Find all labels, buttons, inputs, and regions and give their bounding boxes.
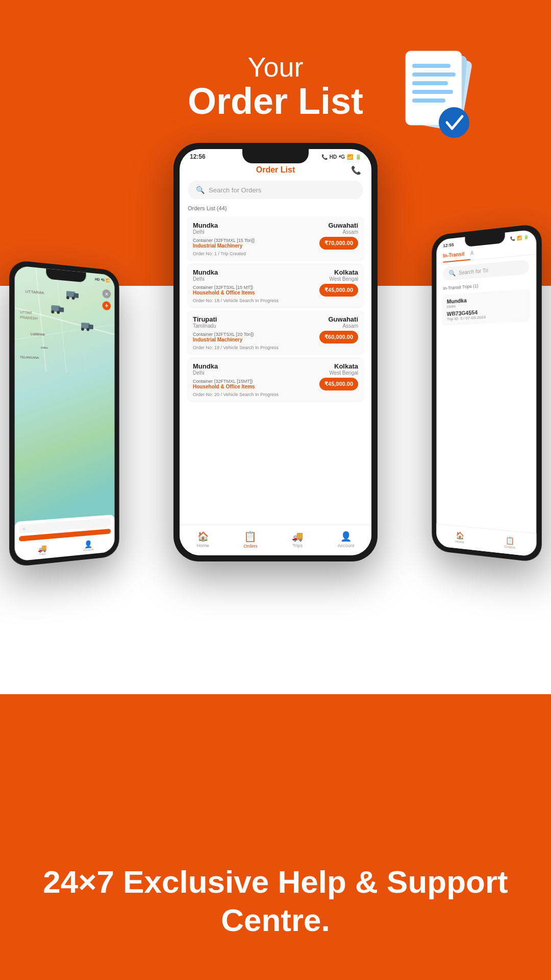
- bottom-nav: 🏠 Home 📋 Orders 🚚 Trips 👤 Account: [180, 525, 371, 555]
- tab-all[interactable]: A: [470, 247, 480, 260]
- nav-orders[interactable]: 📋 Orders: [243, 530, 258, 549]
- orders-list: Mundka Delhi Guwahati Assam Container (3…: [180, 216, 371, 402]
- svg-rect-7: [412, 99, 445, 103]
- right-search-bar[interactable]: 🔍 Search for Tri: [443, 259, 529, 281]
- search-placeholder: Search for Orders: [209, 186, 261, 194]
- order1-to-state: Assam: [328, 229, 358, 235]
- right-bottom-nav: 🏠 Home 📋 Orders: [436, 524, 536, 557]
- order3-to-city: Guwahati: [328, 315, 358, 323]
- order3-price: ₹60,000.00: [319, 331, 358, 344]
- tab-in-transit[interactable]: In-Transit: [443, 248, 470, 263]
- left-add-button[interactable]: +: [103, 301, 111, 311]
- order-card-4[interactable]: Mundka Delhi Kolkata West Bengal Contain…: [187, 357, 364, 402]
- left-phone: UTTARAK UTTAR PRADESH Lucknow India TELA…: [9, 260, 119, 568]
- right-time: 12:55: [443, 242, 454, 248]
- svg-text:UTTARAK: UTTARAK: [26, 289, 45, 295]
- svg-rect-4: [412, 72, 456, 77]
- order4-to-state: West Bengal: [329, 370, 358, 376]
- order2-container: Container (32FTSXL [15 MT]): [193, 285, 255, 290]
- order2-to-city: Kolkata: [329, 268, 358, 276]
- call-icon[interactable]: 📞: [351, 165, 361, 175]
- order4-price: ₹45,000.00: [319, 378, 358, 390]
- order-card-3[interactable]: Tirupati Tamilnadu Guwahati Assam Contai…: [187, 310, 364, 355]
- trips-label: Trips: [292, 543, 303, 548]
- svg-rect-6: [412, 90, 453, 94]
- left-status-icons: HD ⁴G 📶: [95, 277, 110, 283]
- order2-category: Household & Office Items: [193, 290, 255, 296]
- center-time: 12:56: [190, 153, 206, 160]
- order1-price: ₹70,000.00: [319, 237, 358, 250]
- orders-label-nav: Orders: [243, 544, 258, 549]
- svg-rect-3: [412, 64, 450, 68]
- order1-to-city: Guwahati: [328, 222, 358, 229]
- right-nav-orders[interactable]: 📋 Orders: [504, 536, 515, 550]
- svg-line-13: [76, 272, 86, 373]
- order3-from-city: Tirupati: [193, 315, 217, 323]
- order4-from-city: Mundka: [193, 362, 218, 370]
- left-nav-trips[interactable]: 🚚 Trips: [38, 544, 46, 556]
- order2-from-state: Delhi: [193, 276, 218, 282]
- right-trip-card[interactable]: Mundka Delhi WB73G4554 Trip ID: 5 / 07-0…: [442, 289, 530, 326]
- right-search-placeholder: Search for Tri: [459, 267, 488, 276]
- account-label: Account: [338, 543, 355, 548]
- left-account-label: Account: [83, 548, 94, 552]
- center-phone: 12:56 📞 HD ⁴G 📶 🔋 Order List 📞 🔍 Search …: [173, 143, 378, 561]
- order3-category: Industrial Machinery: [193, 337, 254, 342]
- right-battery-icon: 🔋: [523, 234, 529, 239]
- right-signal-icon: 📶: [517, 235, 522, 240]
- order4-container: Container (32FTMXL [15MT]): [193, 379, 255, 384]
- order2-price: ₹45,000.00: [319, 284, 358, 297]
- svg-rect-5: [412, 81, 448, 85]
- right-orders-label: Orders: [504, 545, 515, 549]
- order-card-2[interactable]: Mundka Delhi Kolkata West Bengal Contain…: [187, 263, 364, 308]
- svg-text:PRADESH: PRADESH: [20, 315, 38, 320]
- trips-icon: 🚚: [292, 531, 303, 542]
- order1-status: Order No: 1 / Trip Created: [193, 251, 358, 256]
- svg-point-8: [439, 107, 469, 138]
- left-nav-account[interactable]: 👤 Account: [83, 540, 94, 552]
- svg-text:Lucknow: Lucknow: [31, 332, 45, 336]
- right-trip-state: Delhi: [447, 303, 467, 309]
- svg-rect-21: [74, 293, 79, 298]
- order1-container: Container (32FTMXL [15 Ton]): [193, 238, 255, 243]
- svg-text:UTTAR: UTTAR: [20, 310, 32, 315]
- svg-text:India: India: [41, 346, 48, 350]
- order2-from-city: Mundka: [193, 268, 218, 276]
- left-close-button[interactable]: ✕: [103, 289, 111, 299]
- order1-from-city: Mundka: [193, 222, 218, 229]
- order3-container: Container (32FTSXL [20 Ton]): [193, 332, 254, 337]
- order4-status: Order No: 20 / Vehicle Search In Progres…: [193, 392, 358, 397]
- svg-rect-29: [88, 325, 93, 329]
- account-icon: 👤: [340, 531, 352, 542]
- svg-text:TELANGANA: TELANGANA: [20, 356, 39, 360]
- home-label: Home: [197, 543, 209, 548]
- order4-category: Household & Office Items: [193, 384, 255, 389]
- app-title: Order List: [256, 165, 295, 175]
- order1-from-state: Delhi: [193, 229, 218, 235]
- document-illustration: [383, 41, 485, 143]
- nav-account[interactable]: 👤 Account: [338, 531, 355, 548]
- order3-to-state: Assam: [328, 323, 358, 329]
- svg-line-11: [15, 318, 115, 345]
- svg-rect-25: [59, 307, 64, 312]
- right-home-label: Home: [455, 540, 464, 544]
- app-header: Order List 📞: [180, 162, 371, 179]
- right-call-icon: 📞: [510, 236, 515, 241]
- support-text: 24×7 Exclusive Help & Support Centre.: [0, 863, 551, 939]
- left-trips-label: Trips: [39, 552, 45, 556]
- status-icons: 📞 HD ⁴G 📶 🔋: [321, 154, 361, 160]
- search-bar[interactable]: 🔍 Search for Orders: [188, 181, 363, 199]
- right-phone: 12:55 📞 📶 🔋 In-Transit A 🔍 Search for Tr…: [432, 223, 542, 562]
- search-icon: 🔍: [196, 186, 205, 194]
- order3-status: Order No: 19 / Vehicle Search In Progres…: [193, 345, 358, 350]
- nav-home[interactable]: 🏠 Home: [197, 531, 209, 548]
- order2-status: Order No: 18 / Vehicle Search In Progres…: [193, 298, 358, 303]
- order2-to-state: West Bengal: [329, 276, 358, 282]
- nav-trips[interactable]: 🚚 Trips: [292, 531, 303, 548]
- orders-icon: 📋: [244, 530, 257, 543]
- order-card-1[interactable]: Mundka Delhi Guwahati Assam Container (3…: [187, 216, 364, 261]
- home-icon: 🏠: [197, 531, 209, 542]
- right-search-icon: 🔍: [448, 270, 456, 277]
- bottom-section: 24×7 Exclusive Help & Support Centre.: [0, 863, 551, 939]
- right-nav-home[interactable]: 🏠 Home: [455, 531, 464, 544]
